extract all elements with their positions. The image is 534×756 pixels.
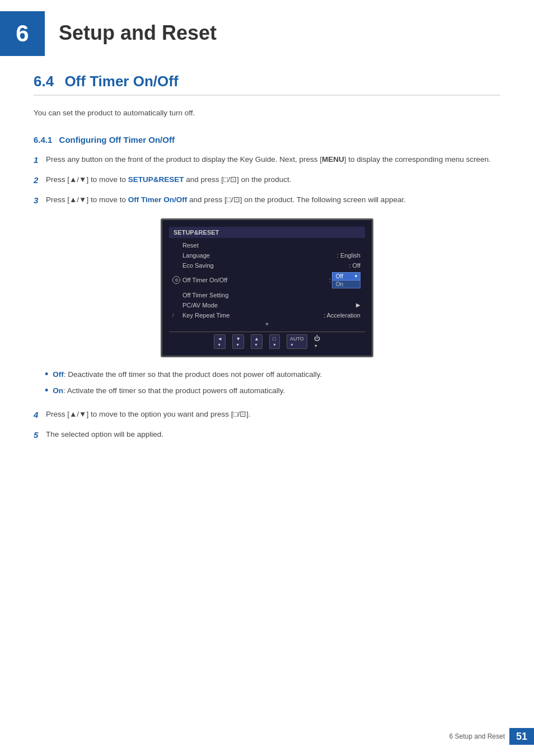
nav-btn-enter: □▼ (269, 334, 280, 349)
dropdown-option-on: On (332, 281, 360, 288)
step-text-4: Press [▲/▼] to move to the option you wa… (46, 408, 500, 421)
chapter-number: 6 (16, 20, 29, 47)
chapter-title: Setup and Reset (45, 11, 217, 45)
steps-list: 1 Press any button on the front of the p… (34, 153, 500, 207)
step-number-4: 4 (34, 408, 46, 422)
menu-bottom-bar: ◄▼ ▼▼ ▲▼ □▼ AUTO▼ ⏻▼ (169, 332, 365, 349)
nav-btn-down: ▼▼ (232, 334, 244, 349)
footer-page-badge: 51 (509, 728, 534, 745)
menu-item-eco-saving: Eco Saving : Off (169, 260, 365, 270)
bullet-list: • Off: Deactivate the off timer so that … (45, 368, 500, 397)
bullet-dot-off: • (45, 368, 48, 381)
monitor-screen: SETUP&RESET Reset Language : English Eco… (161, 218, 373, 357)
item-value-eco-saving: : Off (349, 262, 360, 269)
subsection-number: 6.4.1 (34, 135, 52, 144)
arrow-right-icon: ▶ (356, 302, 360, 308)
step-text-2: Press [▲/▼] to move to SETUP&RESET and p… (46, 174, 500, 186)
main-content: 6.4 Off Timer On/Off You can set the pro… (0, 73, 534, 487)
item-value-key-repeat: : Acceleration (324, 312, 360, 319)
item-label-language: Language (182, 252, 335, 259)
steps-list-after: 4 Press [▲/▼] to move to the option you … (34, 408, 500, 442)
item-value-off-timer: : (329, 277, 331, 283)
bullet-dot-on: • (45, 385, 48, 397)
bullet-text-off: Off: Deactivate the off timer so that th… (53, 368, 322, 381)
subsection-title: Configuring Off Timer On/Off (59, 135, 175, 144)
bullet-text-on: On: Activate the off timer so that the p… (53, 385, 285, 397)
step-number-5: 5 (34, 428, 46, 442)
item-label-pcav-mode: PC/AV Mode (182, 302, 269, 309)
item-label-off-timer: Off Timer On/Off (182, 277, 327, 283)
bullet-item-off: • Off: Deactivate the off timer so that … (45, 368, 500, 381)
section-number: 6.4 (34, 73, 54, 90)
step-text-1: Press any button on the front of the pro… (46, 153, 500, 166)
page-footer: 6 Setup and Reset 51 (449, 728, 534, 745)
menu-item-reset: Reset (169, 240, 365, 250)
subsection-heading: 6.4.1 Configuring Off Timer On/Off (34, 135, 500, 144)
section-intro: You can set the product to automatically… (34, 107, 500, 119)
nav-btn-up: ▲▼ (251, 334, 263, 349)
section-title: Off Timer On/Off (64, 73, 178, 90)
step-4: 4 Press [▲/▼] to move to the option you … (34, 408, 500, 422)
item-value-language: : English (337, 252, 360, 259)
step-number-1: 1 (34, 153, 46, 167)
step-number-2: 2 (34, 174, 46, 187)
step-text-5: The selected option will be applied. (46, 428, 500, 441)
footer-text: 6 Setup and Reset (449, 732, 505, 740)
menu-title-bar: SETUP&RESET (169, 227, 365, 238)
menu-item-off-timer-onoff: ⚙ Off Timer On/Off : Off ▼ On (169, 270, 365, 290)
item-label-eco-saving: Eco Saving (182, 262, 346, 269)
step-1: 1 Press any button on the front of the p… (34, 153, 500, 167)
item-label-reset: Reset (182, 242, 360, 249)
menu-item-off-timer-setting: Off Timer Setting (169, 290, 365, 300)
menu-item-pcav-mode: PC/AV Mode ▶ (169, 300, 365, 310)
nav-btn-power: ⏻▼ (314, 335, 320, 348)
dropdown-selected-off: Off ▼ (332, 272, 360, 281)
step-2: 2 Press [▲/▼] to move to SETUP&RESET and… (34, 174, 500, 187)
section-heading: 6.4 Off Timer On/Off (34, 73, 500, 96)
scroll-down-indicator: ▼ (169, 320, 365, 328)
monitor-screenshot: SETUP&RESET Reset Language : English Eco… (161, 218, 373, 357)
step-5: 5 The selected option will be applied. (34, 428, 500, 442)
gear-icon: ⚙ (172, 276, 180, 284)
nav-btn-left: ◄▼ (214, 334, 226, 349)
page-header: 6 Setup and Reset (0, 0, 534, 73)
menu-item-key-repeat: / Key Repeat Time : Acceleration (169, 310, 365, 320)
menu-item-language: Language : English (169, 250, 365, 260)
step-3: 3 Press [▲/▼] to move to Off Timer On/Of… (34, 194, 500, 207)
nav-btn-auto: AUTO▼ (287, 334, 307, 349)
item-label-key-repeat: Key Repeat Time (182, 312, 321, 319)
chapter-badge: 6 (0, 11, 45, 56)
step-text-3: Press [▲/▼] to move to Off Timer On/Off … (46, 194, 500, 206)
item-label-off-timer-setting: Off Timer Setting (182, 292, 360, 298)
step-number-3: 3 (34, 194, 46, 207)
bullet-item-on: • On: Activate the off timer so that the… (45, 385, 500, 397)
